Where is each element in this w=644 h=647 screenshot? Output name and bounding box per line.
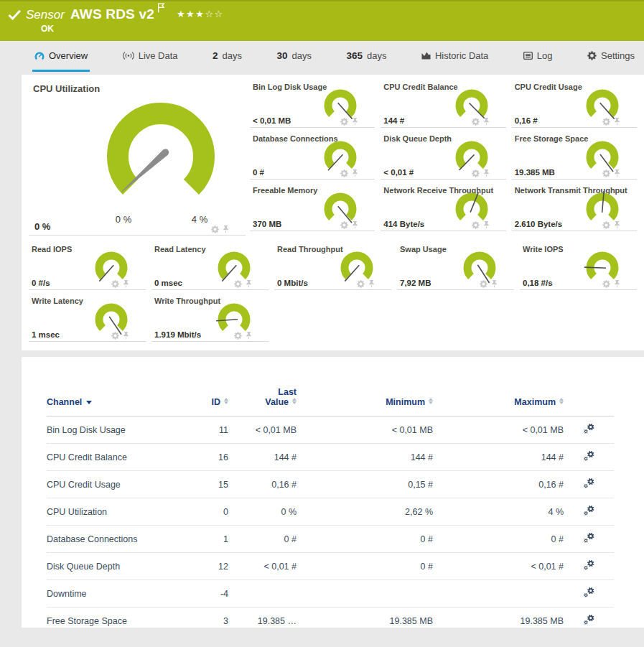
gear-icon[interactable] [472,169,480,177]
gauge-tile-free-storage-space[interactable]: Free Storage Space 19.385 MB [512,132,637,180]
channel-maximum: 0,16 # [433,471,564,498]
gear-icon[interactable] [602,118,610,126]
pin-icon[interactable] [122,279,130,288]
gear-icon[interactable] [234,332,242,340]
channel-last-value: < 0,01 MB [228,416,297,444]
channel-settings-icon[interactable] [583,532,595,544]
channel-maximum: < 0,01 # [433,553,564,580]
channel-name[interactable]: Free Storage Space [47,608,187,628]
gauge-tile-write-latency[interactable]: Write Latency 1 msec [29,294,146,342]
gear-icon[interactable] [480,280,487,288]
pin-icon[interactable] [613,220,621,229]
channel-name[interactable]: Bin Log Disk Usage [47,416,187,444]
channel-settings-icon[interactable] [583,559,595,571]
pin-icon[interactable] [222,225,230,233]
gear-icon[interactable] [602,280,610,288]
gear-icon[interactable] [472,221,480,229]
sensor-type-label: Sensor [26,8,65,22]
pin-icon[interactable] [245,331,253,340]
channel-settings-icon[interactable] [583,587,595,598]
column-header-maximum[interactable]: Maximum [433,383,564,416]
tab-365-days[interactable]: 365days [344,41,388,72]
channel-last-value: 0 # [228,526,297,553]
gauge-tile-cpu-credit-usage[interactable]: CPU Credit Usage 0,16 # [512,80,637,128]
pin-icon[interactable] [245,279,253,288]
pin-icon[interactable] [368,279,375,288]
gear-icon[interactable] [602,169,610,177]
channel-settings-icon[interactable] [583,450,595,462]
gauge-value: < 0,01 MB [253,116,291,125]
gauge-tile-database-connections[interactable]: Database Connections 0 # [250,132,375,180]
gear-icon[interactable] [340,221,348,229]
pin-icon[interactable] [351,169,359,177]
pin-icon[interactable] [482,117,490,126]
channel-settings-icon[interactable] [583,614,595,625]
gear-icon[interactable] [111,280,119,288]
channel-name[interactable]: Downtime [47,580,187,608]
tab-live-data[interactable]: Live Data [121,41,180,72]
pin-icon[interactable] [122,331,130,340]
channel-settings-icon[interactable] [583,423,595,434]
gear-icon[interactable] [357,280,365,288]
channel-minimum: 0 # [297,526,433,553]
prtg-sensor-page: Sensor AWS RDS v2 ★★★☆☆ OK OverviewLive … [0,0,644,647]
channel-name[interactable]: CPU Credit Usage [47,471,187,498]
gauge-tile-cpu-credit-balance[interactable]: CPU Credit Balance 144 # [381,80,505,128]
gauge-tile-bin-log-disk-usage[interactable]: Bin Log Disk Usage < 0,01 MB [250,80,375,128]
priority-stars[interactable]: ★★★☆☆ [177,9,224,19]
stars-filled[interactable]: ★★★ [177,9,205,19]
gauge-tile-network-transmit-throughput[interactable]: Network Transmit Throughput 2.610 Byte/s [512,184,637,231]
sensor-header: Sensor AWS RDS v2 ★★★☆☆ OK [0,0,644,41]
channel-maximum: < 0,01 MB [433,416,564,444]
gauge-tile-swap-usage[interactable]: Swap Usage 7,92 MB [397,243,514,290]
channel-name[interactable]: Disk Queue Depth [47,553,187,580]
stars-empty[interactable]: ☆☆ [205,9,223,19]
tab-2-days[interactable]: 2days [210,41,244,72]
tab-historic-data[interactable]: Historic Data [419,41,490,72]
channel-name[interactable]: CPU Utilization [47,498,187,526]
channel-name[interactable]: Database Connections [47,526,187,553]
gauge-tile-read-throughput[interactable]: Read Throughput 0 Mbit/s [274,243,391,290]
column-header-id[interactable]: ID [187,383,228,416]
channel-settings-icon[interactable] [583,478,595,489]
column-header-settings [564,383,614,416]
tab-label: Settings [601,50,635,61]
column-header-last-value[interactable]: LastValue [228,383,297,416]
gauge-tile-read-latency[interactable]: Read Latency 0 msec [151,243,269,290]
big-gauge-value: 0 % [34,221,50,232]
column-header-minimum[interactable]: Minimum [297,383,433,416]
pin-icon[interactable] [351,117,359,126]
gauge-value: 1 msec [32,330,60,339]
gauge-tile-freeable-memory[interactable]: Freeable Memory 370 MB [250,184,375,231]
gear-icon[interactable] [602,221,610,229]
gauge-value: 0,18 #/s [523,279,553,287]
channel-name[interactable]: CPU Credit Balance [47,444,187,471]
pin-icon[interactable] [613,117,621,126]
gear-icon[interactable] [340,169,348,177]
gear-icon[interactable] [234,280,242,288]
gear-icon[interactable] [211,225,219,233]
pin-icon[interactable] [613,169,621,177]
pin-icon[interactable] [613,279,621,288]
gauge-value: 0 Mbit/s [277,279,308,287]
pin-icon[interactable] [482,169,490,177]
flag-icon[interactable] [157,3,165,13]
gauge-tile-cpu-utilization[interactable]: CPU Utilization 0 % 4 % 0 % [29,80,246,236]
tab-log[interactable]: Log [521,41,555,72]
tab-settings[interactable]: Settings [585,41,637,72]
tab-30-days[interactable]: 30days [275,41,314,72]
gauge-tile-read-iops[interactable]: Read IOPS 0 #/s [29,243,146,290]
gauge-tile-network-receive-throughput[interactable]: Network Receive Throughput 414 Byte/s [381,184,505,231]
pin-icon[interactable] [490,279,498,288]
channel-settings-icon[interactable] [583,505,595,516]
gauge-tile-write-iops[interactable]: Write IOPS 0,18 #/s [520,243,637,290]
gear-icon[interactable] [472,118,480,126]
tab-overview[interactable]: Overview [32,41,90,72]
gear-icon[interactable] [340,118,348,126]
pin-icon[interactable] [351,220,359,229]
column-header-channel[interactable]: Channel [47,383,187,416]
gauge-tile-disk-queue-depth[interactable]: Disk Queue Depth < 0,01 # [381,132,505,180]
gear-icon[interactable] [111,332,119,340]
pin-icon[interactable] [482,220,490,229]
gauge-tile-write-throughput[interactable]: Write Throughput 1.919 Mbit/s [151,294,269,342]
